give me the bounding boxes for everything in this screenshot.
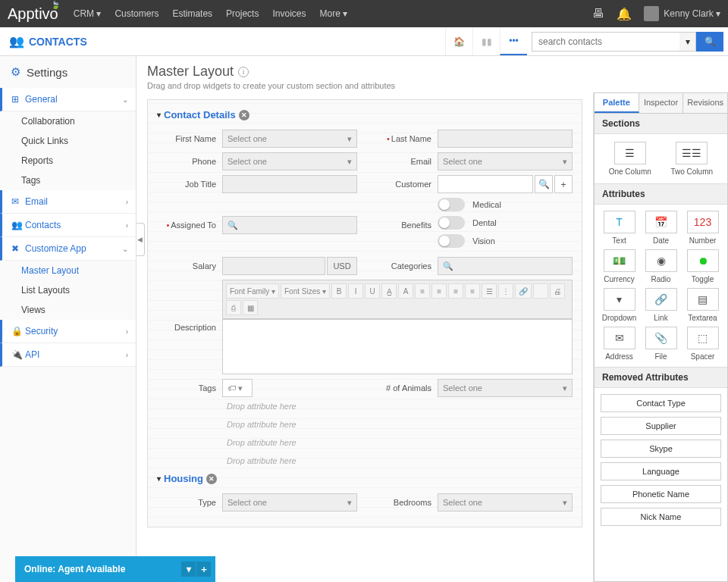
- drop-zone[interactable]: Drop attribute here: [157, 397, 573, 415]
- palette-attr-address[interactable]: ✉Address: [601, 327, 638, 361]
- rte-button[interactable]: ≡: [448, 283, 463, 299]
- sidebar-item-api[interactable]: 🔌API›: [0, 343, 136, 367]
- drop-zone[interactable]: Drop attribute here: [157, 415, 573, 433]
- removed-attr[interactable]: Skype: [601, 440, 721, 458]
- rte-button[interactable]: ≡: [415, 283, 430, 299]
- search-input[interactable]: [438, 257, 573, 275]
- collapse-sidebar-handle[interactable]: ◀: [136, 223, 145, 256]
- info-icon[interactable]: i: [238, 67, 249, 77]
- number-input[interactable]: [222, 257, 325, 275]
- palette-attr-link[interactable]: 🔗Link: [642, 288, 679, 322]
- removed-attr[interactable]: Phonetic Name: [601, 485, 721, 503]
- add-button[interactable]: ＋: [554, 175, 573, 193]
- toggle-switch[interactable]: [438, 234, 465, 248]
- topnav-item-4[interactable]: Invoices: [272, 8, 306, 19]
- select-input[interactable]: Select one: [222, 152, 357, 171]
- removed-attr[interactable]: Language: [601, 462, 721, 480]
- palette-attr-number[interactable]: 123Number: [684, 211, 721, 245]
- rte-button[interactable]: 🔗: [515, 283, 532, 299]
- select-input[interactable]: Select one: [438, 493, 573, 512]
- notification-icon[interactable]: 🔔: [617, 7, 632, 21]
- palette-attr-textarea[interactable]: ▤Textarea: [684, 288, 721, 322]
- rte-button[interactable]: B: [331, 283, 347, 299]
- sidebar-item-contacts[interactable]: 👥Contacts›: [0, 214, 136, 237]
- sidebar-sub-quick-links[interactable]: Quick Links: [0, 131, 136, 151]
- palette-attr-toggle[interactable]: ⏺Toggle: [684, 249, 721, 283]
- search-button[interactable]: 🔍: [696, 32, 723, 52]
- rte-button[interactable]: I: [348, 283, 363, 299]
- topnav-item-3[interactable]: Projects: [226, 8, 259, 19]
- removed-attr[interactable]: Supplier: [601, 417, 721, 435]
- palette-section[interactable]: ☰☰Two Column: [664, 142, 720, 176]
- sidebar-sub-tags[interactable]: Tags: [0, 171, 136, 190]
- sidebar-item-security[interactable]: 🔒Security›: [0, 320, 136, 343]
- palette-attr-date[interactable]: 📅Date: [642, 211, 679, 245]
- user-menu[interactable]: Kenny Clark ▾: [644, 6, 720, 21]
- chart-icon[interactable]: ▮▮: [472, 27, 500, 55]
- toggle-switch[interactable]: [438, 216, 465, 230]
- collapse-icon[interactable]: ▾: [157, 111, 161, 119]
- rte-button[interactable]: 🖨: [550, 283, 565, 299]
- drop-zone[interactable]: Drop attribute here: [157, 452, 573, 470]
- rte-button[interactable]: A̲: [381, 283, 397, 299]
- removed-attr[interactable]: Nick Name: [601, 508, 721, 526]
- sidebar-sub-master-layout[interactable]: Master Layout: [0, 261, 136, 280]
- sidebar-item-email[interactable]: ✉Email›: [0, 190, 136, 214]
- sidebar-sub-reports[interactable]: Reports: [0, 151, 136, 171]
- tags-input[interactable]: 🏷 ▾: [222, 379, 253, 397]
- sidebar-sub-views[interactable]: Views: [0, 300, 136, 320]
- tab-inspector[interactable]: Inspector: [639, 93, 684, 113]
- topnav-item-2[interactable]: Estimates: [172, 8, 212, 19]
- search-dropdown[interactable]: ▾: [679, 32, 696, 52]
- lookup-search-icon[interactable]: 🔍: [535, 175, 553, 193]
- rte-font[interactable]: Font Family ▾: [226, 283, 279, 299]
- print-icon[interactable]: 🖶: [592, 7, 604, 20]
- rte-button[interactable]: ≡: [465, 283, 480, 299]
- more-icon[interactable]: •••: [500, 27, 527, 55]
- sidebar-sub-collaboration[interactable]: Collaboration: [0, 111, 136, 131]
- palette-attr-spacer[interactable]: ⬚Spacer: [684, 327, 721, 361]
- removed-attr[interactable]: Contact Type: [601, 394, 721, 412]
- select-input[interactable]: Select one: [222, 130, 357, 148]
- tab-revisions[interactable]: Revisions: [683, 93, 727, 113]
- sidebar-sub-list-layouts[interactable]: List Layouts: [0, 280, 136, 300]
- rte-button[interactable]: A: [398, 283, 413, 299]
- palette-attr-text[interactable]: TText: [601, 211, 638, 245]
- home-icon[interactable]: 🏠: [445, 27, 472, 55]
- rte-button[interactable]: ⎙: [226, 300, 241, 315]
- select-input[interactable]: Select one: [222, 493, 357, 512]
- search-input[interactable]: [222, 216, 357, 234]
- rte-size[interactable]: Font Sizes ▾: [281, 283, 330, 299]
- sidebar-item-customize-app[interactable]: ✖Customize App⌄: [0, 237, 136, 261]
- tab-palette[interactable]: Palette: [595, 93, 639, 113]
- chat-widget[interactable]: Online: Agent Available ▾ ＋: [15, 556, 215, 582]
- search-input[interactable]: [532, 32, 679, 52]
- delete-section-icon[interactable]: ✕: [206, 474, 217, 484]
- palette-attr-dropdown[interactable]: ▾Dropdown: [601, 288, 638, 322]
- lookup-input[interactable]: [438, 175, 533, 193]
- rich-text-editor[interactable]: Font Family ▾Font Sizes ▾BIUA̲A≡≡≡≡☰⋮🔗🖨⎙…: [222, 280, 573, 374]
- rte-button[interactable]: [533, 283, 548, 299]
- collapse-icon[interactable]: ▾: [157, 474, 161, 483]
- rte-button[interactable]: ▦: [243, 300, 258, 315]
- sidebar-item-general[interactable]: ⊞General⌄: [0, 88, 136, 111]
- delete-section-icon[interactable]: ✕: [239, 110, 249, 120]
- toggle-switch[interactable]: [438, 198, 465, 211]
- text-input[interactable]: [222, 175, 357, 193]
- drop-zone[interactable]: Drop attribute here: [157, 433, 573, 452]
- topnav-item-5[interactable]: More ▾: [319, 8, 347, 19]
- rte-button[interactable]: ≡: [431, 283, 447, 299]
- topnav-item-0[interactable]: CRM ▾: [74, 8, 102, 19]
- brand-logo[interactable]: Apptivo: [8, 5, 58, 23]
- palette-section[interactable]: ☰One Column: [602, 142, 658, 176]
- palette-attr-file[interactable]: 📎File: [642, 327, 679, 361]
- topnav-item-1[interactable]: Customers: [115, 8, 158, 19]
- chat-expand[interactable]: ＋: [196, 562, 211, 577]
- palette-attr-currency[interactable]: 💵Currency: [601, 249, 638, 283]
- rte-button[interactable]: ☰: [482, 283, 497, 299]
- rte-button[interactable]: ⋮: [498, 283, 513, 299]
- chat-minimize[interactable]: ▾: [180, 562, 196, 577]
- select-input[interactable]: Select one: [438, 379, 573, 397]
- palette-attr-radio[interactable]: ◉Radio: [642, 249, 679, 283]
- rte-button[interactable]: U: [365, 283, 380, 299]
